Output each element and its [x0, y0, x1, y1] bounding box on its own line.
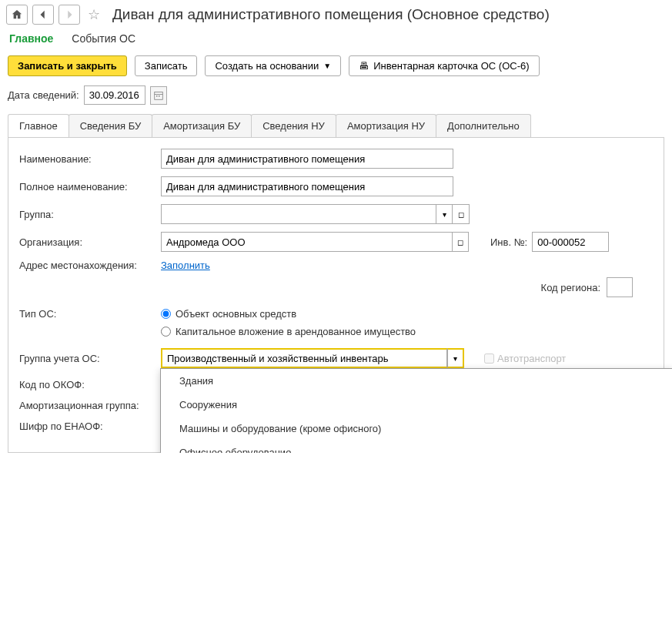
group-label: Группа: [19, 209, 155, 220]
type-label: Тип ОС: [19, 308, 155, 320]
group-open-button[interactable]: ◻ [453, 204, 470, 224]
open-icon: ◻ [458, 210, 464, 219]
name-label: Наименование: [19, 153, 155, 165]
grp-dropdown-button[interactable]: ▾ [447, 348, 464, 368]
fullname-label: Полное наименование: [19, 181, 155, 193]
inventory-card-label: Инвентарная карточка ОС (ОС-6) [373, 60, 529, 72]
save-button[interactable]: Записать [135, 55, 198, 76]
inner-tabs: Главное Сведения БУ Амортизация БУ Сведе… [8, 114, 664, 138]
region-label: Код региона: [541, 282, 600, 293]
address-fill-link[interactable]: Заполнить [161, 260, 210, 271]
name-input[interactable] [161, 149, 453, 169]
arrow-left-icon [38, 9, 48, 20]
org-open-button[interactable]: ◻ [452, 232, 469, 252]
type-option-2[interactable]: Капитальное вложение в арендованное имущ… [161, 326, 416, 337]
dropdown-item[interactable]: Машины и оборудование (кроме офисного) [161, 417, 672, 441]
auto-checkbox [484, 354, 494, 364]
chevron-down-icon: ▾ [443, 210, 446, 219]
org-label: Организация: [19, 236, 155, 248]
printer-icon: 🖶 [359, 60, 369, 72]
dropdown-item[interactable]: Здания [161, 369, 672, 393]
svg-rect-3 [159, 95, 160, 97]
dropdown-item[interactable]: Офисное оборудование [161, 441, 672, 453]
grp-dropdown-list: ЗданияСооруженияМашины и оборудование (к… [160, 368, 672, 453]
type-opt2-label: Капитальное вложение в арендованное имущ… [176, 326, 416, 337]
auto-checkbox-wrap: Автотранспорт [484, 353, 566, 364]
fullname-input[interactable] [161, 176, 453, 196]
tab-svedeniya-bu[interactable]: Сведения БУ [69, 114, 153, 137]
type-opt1-label: Объект основных средств [176, 308, 296, 320]
back-button[interactable] [32, 5, 54, 25]
page-title: Диван для административного помещения (О… [112, 6, 550, 23]
radio-capital[interactable] [161, 327, 171, 337]
tab-dopolnitelno[interactable]: Дополнительно [436, 114, 531, 137]
favorite-star-icon[interactable]: ☆ [85, 6, 103, 23]
svg-rect-2 [156, 95, 158, 97]
tab-glavnoe[interactable]: Главное [8, 114, 69, 137]
inventory-card-button[interactable]: 🖶 Инвентарная карточка ОС (ОС-6) [349, 55, 539, 76]
create-based-on-label: Создать на основании [215, 60, 319, 72]
tab-amort-nu[interactable]: Амортизация НУ [336, 114, 436, 137]
main-tab-glavnoe[interactable]: Главное [9, 32, 53, 45]
tab-svedeniya-nu[interactable]: Сведения НУ [251, 114, 336, 137]
type-option-1[interactable]: Объект основных средств [161, 308, 416, 320]
address-label: Адрес местонахождения: [19, 260, 155, 271]
okof-label: Код по ОКОФ: [19, 379, 155, 390]
org-input[interactable] [161, 232, 452, 252]
arrow-right-icon [64, 9, 75, 20]
save-close-button[interactable]: Записать и закрыть [8, 55, 127, 76]
tab-amort-bu[interactable]: Амортизация БУ [152, 114, 252, 137]
create-based-on-button[interactable]: Создать на основании ▼ [205, 55, 341, 76]
home-button[interactable] [6, 5, 28, 25]
main-tab-sobytiya[interactable]: События ОС [72, 32, 135, 45]
grp-label: Группа учета ОС: [19, 353, 155, 364]
grp-input[interactable] [161, 348, 447, 368]
group-dropdown-button[interactable]: ▾ [436, 204, 453, 224]
group-input[interactable] [161, 204, 436, 224]
forward-button[interactable] [59, 5, 80, 25]
dropdown-item[interactable]: Сооружения [161, 393, 672, 417]
amort-label: Амортизационная группа: [19, 400, 155, 411]
calendar-icon [154, 91, 163, 100]
auto-label: Автотранспорт [497, 353, 566, 364]
date-label: Дата сведений: [8, 89, 79, 101]
chevron-down-icon: ▾ [453, 354, 457, 363]
region-input[interactable] [607, 277, 633, 297]
chevron-down-icon: ▼ [323, 62, 331, 70]
inv-label: Инв. №: [490, 236, 527, 248]
open-icon: ◻ [457, 238, 463, 246]
home-icon [12, 9, 22, 20]
calendar-button[interactable] [150, 86, 167, 105]
date-input[interactable] [84, 85, 145, 105]
enaof-label: Шифр по ЕНАОФ: [19, 421, 155, 432]
inv-input[interactable] [532, 232, 609, 252]
radio-object[interactable] [161, 309, 171, 319]
